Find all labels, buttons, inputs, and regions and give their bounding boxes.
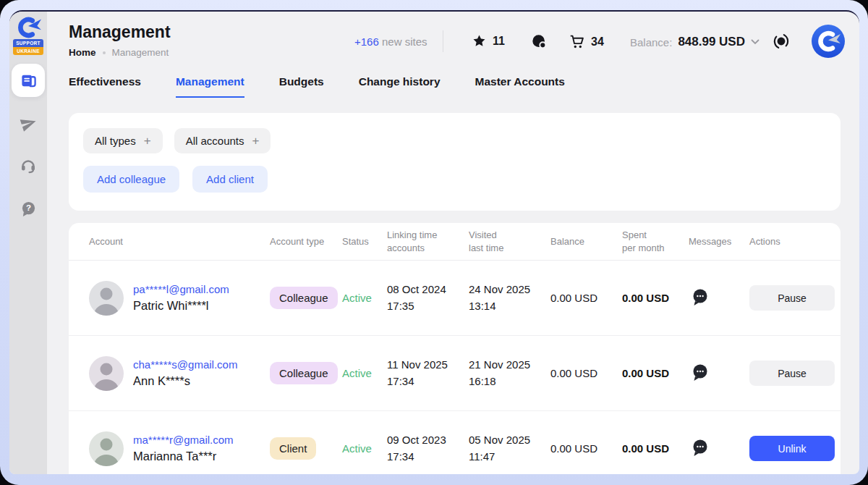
plus-icon: +: [144, 135, 151, 147]
pause-button[interactable]: Pause: [749, 285, 835, 311]
sidebar-nav: ?: [12, 64, 45, 225]
tab-management[interactable]: Management: [176, 75, 244, 98]
account-name: Ann K****s: [133, 374, 237, 388]
avatar: [89, 431, 124, 466]
breadcrumb: Home Management: [69, 47, 171, 58]
col-spent: Spent per month: [622, 229, 689, 254]
balance-label: Balance:: [630, 36, 672, 48]
account-name: Patric Whi****l: [133, 299, 229, 313]
tab-master-accounts[interactable]: Master Accounts: [475, 75, 565, 98]
spent-cell: 0.00 USD: [622, 367, 689, 379]
person-photo-icon: [89, 431, 124, 466]
balance-value: 848.99 USD: [678, 35, 745, 49]
account-cell: pa*****l@gmail.com Patric Whi****l: [89, 281, 270, 316]
table-header-row: Account Account type Status Linking time…: [69, 223, 841, 261]
cart-icon: [569, 34, 584, 49]
visited-hour: 11:47: [469, 449, 550, 465]
ukraine-label: UKRAINE: [13, 47, 43, 55]
page-header: Management Home Management +166 new site…: [47, 12, 859, 75]
news-icon: [20, 72, 37, 89]
breadcrumb-home[interactable]: Home: [69, 47, 96, 58]
person-photo-icon: [89, 356, 124, 391]
account-info: ma*****r@gmail.com Marianna Ta***r: [133, 434, 234, 463]
new-sites-indicator[interactable]: +166 new sites: [354, 35, 427, 48]
notification-icon: [772, 32, 791, 51]
account-email[interactable]: cha*****s@gmail.com: [133, 358, 237, 371]
account-type-badge: Colleague: [270, 287, 338, 309]
breadcrumb-separator: [103, 51, 106, 54]
message-icon[interactable]: [691, 287, 710, 306]
spent-cell: 0.00 USD: [622, 292, 689, 304]
account-cell: ma*****r@gmail.com Marianna Ta***r: [89, 431, 270, 466]
account-type-badge: Colleague: [270, 362, 338, 384]
add-colleague-button[interactable]: Add colleague: [83, 166, 179, 193]
balance-dropdown[interactable]: Balance: 848.99 USD: [630, 35, 760, 49]
content-area: All types + All accounts + Add colleague…: [47, 98, 859, 474]
col-balance: Balance: [550, 235, 622, 248]
person-photo-icon: [89, 281, 124, 316]
filter-chip-row: All types + All accounts +: [83, 128, 826, 153]
visited-time: 24 Nov 2025 13:14: [469, 282, 550, 314]
tab-effectiveness[interactable]: Effectiveness: [69, 75, 141, 98]
headset-icon: [20, 157, 37, 174]
add-button-row: Add colleague Add client: [83, 166, 826, 193]
filter-all-types-label: All types: [95, 135, 136, 147]
app-window: SUPPORT UKRAINE: [9, 10, 859, 474]
tab-bar: Effectiveness Management Budgets Change …: [47, 75, 859, 98]
brand-logo-icon[interactable]: [14, 17, 42, 38]
sidebar-item-news[interactable]: [12, 64, 45, 97]
sidebar: SUPPORT UKRAINE: [9, 12, 47, 474]
linking-time: 08 Oct 2024 17:35: [387, 282, 469, 314]
col-account-type: Account type: [270, 235, 342, 248]
new-sites-label: new sites: [379, 35, 427, 48]
table-row: cha*****s@gmail.com Ann K****s Colleague…: [69, 336, 841, 411]
tab-budgets[interactable]: Budgets: [279, 75, 324, 98]
linking-time: 11 Nov 2025 17:34: [387, 357, 469, 389]
linking-hour: 17:34: [387, 374, 469, 390]
support-label: SUPPORT: [13, 39, 43, 47]
add-client-button[interactable]: Add client: [192, 166, 268, 193]
account-avatar-logo[interactable]: [811, 24, 846, 59]
account-email[interactable]: ma*****r@gmail.com: [133, 434, 234, 446]
sidebar-item-messenger[interactable]: [12, 106, 45, 140]
plus-icon: +: [252, 135, 260, 147]
message-icon[interactable]: [691, 363, 710, 381]
account-email[interactable]: pa*****l@gmail.com: [133, 283, 229, 295]
header-divider: [443, 30, 443, 52]
linking-hour: 17:35: [387, 298, 469, 315]
account-info: pa*****l@gmail.com Patric Whi****l: [133, 283, 229, 313]
tab-change-history[interactable]: Change history: [359, 75, 441, 98]
send-icon: [18, 113, 39, 134]
status-label: Active: [342, 367, 387, 379]
chat-icon: [532, 34, 547, 49]
favorites-count: 11: [493, 35, 505, 48]
visited-hour: 13:14: [469, 298, 550, 315]
account-info: cha*****s@gmail.com Ann K****s: [133, 358, 237, 388]
filter-all-accounts[interactable]: All accounts +: [174, 128, 271, 153]
col-messages: Messages: [689, 235, 749, 248]
notification-button[interactable]: [772, 32, 791, 54]
title-block: Management Home Management: [69, 22, 171, 58]
avatar: [89, 356, 124, 391]
visited-date: 21 Nov 2025: [469, 357, 550, 374]
visited-date: 05 Nov 2025: [469, 432, 550, 449]
cart-counter[interactable]: 34: [569, 34, 604, 49]
col-visited: Visited last time: [469, 229, 550, 254]
message-icon[interactable]: [691, 438, 710, 457]
favorites-counter[interactable]: 11: [472, 34, 505, 48]
page-title: Management: [69, 22, 171, 42]
chat-button[interactable]: [532, 34, 547, 49]
star-icon: [472, 34, 486, 48]
avatar: [89, 281, 124, 316]
filter-all-types[interactable]: All types +: [83, 128, 163, 153]
sidebar-item-help[interactable]: ?: [12, 192, 45, 225]
visited-date: 24 Nov 2025: [469, 282, 550, 298]
sidebar-item-support[interactable]: [12, 149, 45, 182]
unlink-button[interactable]: Unlink: [749, 436, 835, 461]
pause-button[interactable]: Pause: [749, 360, 835, 386]
main-area: Management Home Management +166 new site…: [47, 12, 859, 474]
account-name: Marianna Ta***r: [133, 450, 234, 463]
col-linking-time: Linking time accounts: [387, 229, 469, 254]
linking-date: 08 Oct 2024: [387, 282, 469, 298]
accounts-table: Account Account type Status Linking time…: [69, 223, 841, 474]
